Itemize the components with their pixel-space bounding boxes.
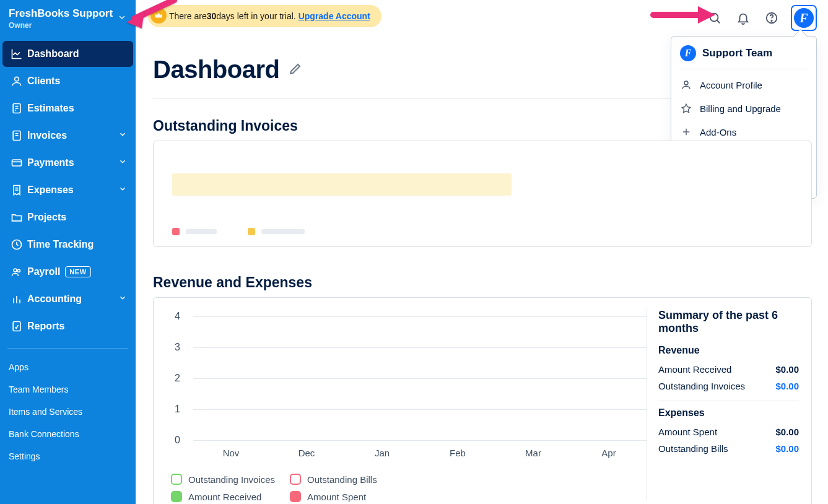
legend-swatch-icon [171, 474, 182, 485]
legend-item-outstanding-invoices: Outstanding Invoices [171, 474, 275, 485]
dropdown-label: Account Profile [700, 80, 762, 90]
chart-legend: Outstanding Invoices Amount Received Out… [171, 474, 377, 502]
legend-item-amount-spent: Amount Spent [290, 491, 377, 502]
nav-item-time-tracking[interactable]: Time Tracking [2, 232, 133, 258]
dropdown-label: Billing and Upgrade [700, 103, 781, 114]
summary-label: Outstanding Bills [658, 443, 728, 454]
dropdown-header: F Support Team [680, 45, 808, 69]
secondary-nav-items-services[interactable]: Items and Services [7, 401, 128, 423]
legend-item-amount-received: Amount Received [171, 491, 275, 502]
bell-icon[interactable] [734, 9, 752, 27]
svg-marker-24 [682, 104, 691, 113]
secondary-nav: Apps Team Members Items and Services Ban… [0, 354, 136, 470]
page-title: Dashboard [153, 56, 279, 84]
receipt-icon [9, 184, 25, 196]
org-name: FreshBooks Support [9, 7, 113, 20]
redacted-legend-item [248, 228, 305, 235]
credit-card-icon [9, 157, 25, 169]
summary-label: Amount Received [658, 364, 731, 375]
nav-item-clients[interactable]: Clients [2, 68, 133, 94]
nav-item-estimates[interactable]: Estimates [2, 95, 133, 121]
legend-swatch-icon [290, 474, 301, 485]
nav-item-expenses[interactable]: Expenses [2, 177, 133, 203]
chart-gridline [193, 316, 647, 317]
trial-days: 30 [207, 11, 217, 21]
help-icon[interactable] [762, 9, 781, 27]
svg-line-20 [717, 20, 720, 24]
secondary-nav-apps[interactable]: Apps [7, 356, 128, 378]
chart-y-tick: 3 [175, 342, 180, 353]
summary-group-expenses: Expenses [658, 407, 799, 419]
section-title-revenue: Revenue and Expenses [153, 274, 812, 291]
svg-rect-18 [13, 321, 20, 331]
pencil-icon[interactable] [288, 61, 303, 79]
svg-point-14 [17, 269, 20, 272]
redacted-bar [172, 173, 512, 196]
crown-icon [150, 7, 167, 24]
legend-swatch-icon [171, 491, 182, 502]
summary-label: Outstanding Invoices [658, 381, 745, 391]
chevron-down-icon [118, 185, 127, 196]
nav-label: Invoices [27, 130, 67, 141]
legend-label: Amount Received [188, 492, 261, 502]
nav-label: Payroll [27, 266, 60, 277]
user-outline-icon [680, 79, 692, 90]
redacted-legend [172, 228, 305, 235]
chevron-down-icon [118, 293, 127, 305]
nav-label: Reports [27, 321, 64, 332]
nav-item-dashboard[interactable]: Dashboard [2, 41, 133, 67]
legend-swatch-icon [248, 228, 255, 235]
user-icon [9, 75, 25, 87]
legend-label: Amount Spent [307, 492, 366, 502]
trial-prefix: There are [169, 11, 207, 21]
trial-banner: There are 30 days left in your trial. Up… [148, 5, 381, 27]
nav-label: Expenses [27, 185, 74, 196]
upgrade-link[interactable]: Upgrade Account [299, 11, 370, 21]
search-icon[interactable] [705, 9, 724, 27]
nav-item-invoices[interactable]: Invoices [2, 123, 133, 149]
nav-label: Dashboard [27, 48, 79, 59]
svg-point-23 [684, 81, 688, 85]
org-switcher[interactable]: FreshBooks Support Owner [0, 0, 136, 38]
svg-point-22 [771, 20, 772, 21]
redacted-label [261, 229, 305, 234]
chart-x-label: Apr [571, 448, 647, 458]
nav-item-projects[interactable]: Projects [2, 204, 133, 230]
secondary-nav-bank-connections[interactable]: Bank Connections [7, 423, 128, 445]
calculator-icon [9, 102, 25, 115]
svg-point-13 [14, 269, 17, 272]
summary-label: Amount Spent [658, 427, 717, 437]
summary-group-revenue: Revenue [658, 345, 799, 356]
nav-item-payroll[interactable]: Payroll NEW [2, 259, 133, 285]
legend-label: Outstanding Invoices [188, 474, 275, 485]
avatar-icon: F [680, 45, 696, 61]
new-badge: NEW [65, 266, 90, 277]
dropdown-item-billing[interactable]: Billing and Upgrade [680, 97, 808, 120]
dropdown-item-account-profile[interactable]: Account Profile [680, 73, 808, 97]
trial-mid: days left in your trial. [216, 11, 295, 21]
nav-label: Time Tracking [27, 239, 94, 250]
summary-value-link[interactable]: $0.00 [775, 443, 799, 454]
chart-y-tick: 1 [175, 404, 180, 415]
summary-value-link[interactable]: $0.00 [775, 381, 799, 391]
account-button[interactable]: F [791, 5, 817, 31]
folder-icon [9, 211, 25, 224]
chart-x-label: Feb [420, 448, 495, 458]
invoice-icon [9, 129, 25, 142]
legend-swatch-icon [290, 491, 301, 502]
summary-row-amount-spent: Amount Spent $0.00 [658, 424, 799, 440]
outstanding-card [153, 141, 812, 247]
nav-label: Projects [27, 212, 66, 223]
nav-item-accounting[interactable]: Accounting [2, 286, 133, 312]
nav-item-reports[interactable]: Reports [2, 313, 133, 339]
secondary-nav-settings[interactable]: Settings [7, 445, 128, 467]
chart-x-label: Jan [344, 448, 420, 458]
chevron-down-icon [117, 12, 127, 25]
chevron-down-icon [118, 130, 127, 141]
secondary-nav-team-members[interactable]: Team Members [7, 378, 128, 401]
chart-x-label: Dec [269, 448, 344, 458]
nav-item-payments[interactable]: Payments [2, 150, 133, 176]
summary-pane: Summary of the past 6 months Revenue Amo… [647, 309, 799, 501]
dropdown-label: Add-Ons [700, 127, 736, 137]
avatar-icon: F [794, 8, 814, 28]
